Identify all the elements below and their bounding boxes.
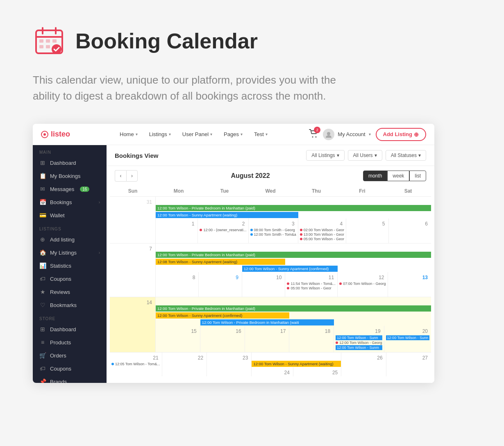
event-bar: 12:00 Tom Wilson - Sunn bbox=[336, 335, 382, 340]
reviews-icon: ★ bbox=[39, 289, 46, 295]
calendar-week-3: 14 12:00 Tom Wilson - Private Bedroom in… bbox=[110, 297, 431, 353]
sidebar-item-bookmarks[interactable]: ♡ Bookmarks bbox=[33, 298, 107, 312]
event-dot: 12:00 - (owner_reservati... bbox=[200, 228, 246, 232]
next-month-button[interactable]: › bbox=[126, 170, 138, 182]
event-dot: 13:00 Tom Wilson - Geor bbox=[300, 232, 344, 237]
screenshot-container: listeo Home ▾ Listings ▾ User Panel ▾ Pa… bbox=[33, 124, 434, 383]
sidebar-item-messages[interactable]: ✉ Messages 16 bbox=[33, 182, 107, 196]
svg-rect-8 bbox=[46, 45, 50, 48]
sidebar-label: Bookings bbox=[50, 199, 72, 205]
event-yellow-w4: 12:00 Tom Wilson - Sunny Apartment (wait… bbox=[252, 361, 341, 367]
sidebar-item-brands[interactable]: 📌 Brands bbox=[33, 375, 107, 383]
sidebar-item-statistics[interactable]: 📊 Statistics bbox=[33, 259, 107, 272]
sidebar-item-my-bookings[interactable]: 📋 My Bookings bbox=[33, 169, 107, 182]
day-header-tue: Tue bbox=[202, 186, 247, 196]
sidebar-label: Dashboard bbox=[50, 160, 76, 166]
svg-rect-4 bbox=[39, 39, 43, 43]
sidebar-item-wallet[interactable]: 💳 Wallet bbox=[33, 209, 107, 222]
event-dot: 12:00 Tom Wilson - Georg bbox=[336, 341, 382, 345]
event-dot: 05:00 Tom Wilson - Geor bbox=[300, 237, 344, 241]
day-header-fri: Fri bbox=[339, 186, 385, 196]
nav-right: 2 My Account ▾ Add Listing ⊕ bbox=[309, 128, 426, 141]
page-header: Booking Calendar bbox=[33, 25, 471, 57]
sidebar-item-reviews[interactable]: ★ Reviews bbox=[33, 285, 107, 298]
nav-listings[interactable]: Listings ▾ bbox=[144, 129, 176, 140]
nav-test[interactable]: Test ▾ bbox=[249, 129, 272, 140]
sidebar-label: Dashboard bbox=[50, 326, 76, 332]
event-green-w2: 12:00 Tom Wilson - Private Bedroom in Ma… bbox=[156, 252, 431, 258]
orders-icon: 🛒 bbox=[39, 352, 46, 359]
filter-listings[interactable]: All Listings ▾ bbox=[306, 150, 344, 161]
cal-cell[interactable]: 12:00 Tom Wilson - Sunny Apartment (wait… bbox=[252, 353, 341, 376]
sidebar-item-orders[interactable]: 🛒 Orders bbox=[33, 349, 107, 362]
booking-calendar-icon bbox=[33, 25, 66, 57]
filter-statuses[interactable]: All Statuses ▾ bbox=[386, 150, 426, 161]
event-green-w3: 12:00 Tom Wilson - Private Bedroom in Ma… bbox=[156, 305, 431, 312]
view-week-button[interactable]: week bbox=[387, 171, 409, 181]
top-nav: listeo Home ▾ Listings ▾ User Panel ▾ Pa… bbox=[33, 124, 434, 145]
stats-icon: 📊 bbox=[39, 262, 46, 269]
cal-cell[interactable]: 7 bbox=[110, 243, 156, 297]
sidebar-item-my-listings[interactable]: 🏠 My Listings › bbox=[33, 246, 107, 259]
cal-cell[interactable]: 23 bbox=[207, 353, 252, 376]
sidebar-label: Products bbox=[50, 339, 71, 346]
filter-users[interactable]: All Users ▾ bbox=[348, 150, 382, 161]
cal-cell[interactable]: 26 bbox=[341, 353, 386, 376]
sidebar-section-listings: LISTINGS bbox=[33, 222, 107, 233]
sidebar-item-products[interactable]: ≡ Products bbox=[33, 336, 107, 349]
view-month-button[interactable]: month bbox=[363, 171, 387, 181]
cal-cell[interactable]: 31 bbox=[110, 197, 156, 243]
account-button[interactable]: My Account ▾ bbox=[323, 129, 370, 140]
cal-cell[interactable]: 12:00 Tom Wilson - Private Bedroom in Ma… bbox=[156, 243, 431, 297]
nav-pages[interactable]: Pages ▾ bbox=[219, 129, 247, 140]
filter-buttons: All Listings ▾ All Users ▾ All Statuses … bbox=[306, 150, 426, 161]
sidebar-label: Bookmarks bbox=[50, 302, 77, 308]
cart-badge: 2 bbox=[314, 127, 320, 133]
sidebar-item-coupons[interactable]: 🏷 Coupons bbox=[33, 272, 107, 285]
add-listing-button[interactable]: Add Listing ⊕ bbox=[376, 128, 427, 141]
sidebar-item-dashboard[interactable]: ⊞ Dashboard bbox=[33, 156, 107, 169]
event-blue-w2: 12:00 Tom Wilson - Sunny Apartment (conf… bbox=[242, 266, 338, 272]
event-bar: 12:00 Tom Wilson - Sunn bbox=[386, 335, 429, 340]
nav-user-panel[interactable]: User Panel ▾ bbox=[177, 129, 217, 140]
svg-point-12 bbox=[312, 136, 313, 137]
bookings-icon: 📋 bbox=[39, 173, 46, 179]
cal-cell[interactable]: 12:00 Tom Wilson - Private Bedroom in Ma… bbox=[156, 297, 431, 352]
messages-icon: ✉ bbox=[39, 186, 46, 192]
cal-cell[interactable]: 22 bbox=[162, 353, 207, 376]
prev-month-button[interactable]: ‹ bbox=[115, 170, 126, 182]
sidebar-item-store-coupons[interactable]: 🏷 Coupons bbox=[33, 362, 107, 375]
svg-rect-5 bbox=[46, 39, 50, 43]
event-yellow-w3: 12:00 Tom Wilson - Sunny Apartment (conf… bbox=[156, 312, 289, 319]
calendar-arrows: ‹ › bbox=[115, 170, 138, 182]
calendar-icon: 📅 bbox=[39, 199, 46, 205]
arrow-icon: › bbox=[99, 250, 100, 255]
arrow-icon: › bbox=[99, 200, 100, 205]
event-bar: 12:00 Tom Wilson - Sunm bbox=[336, 345, 382, 350]
event-dot: 12:05 Tom Wilson - Tom&... bbox=[111, 362, 160, 366]
sidebar-label: My Bookings bbox=[50, 173, 80, 179]
sidebar-label: My Listings bbox=[50, 250, 77, 256]
calendar-grid: Sun Mon Tue Wed Thu Fri Sat 31 12:00 Tom… bbox=[107, 186, 434, 376]
cart-icon[interactable]: 2 bbox=[309, 129, 318, 140]
sidebar-label: Brands bbox=[50, 379, 67, 383]
coupons-icon: 🏷 bbox=[39, 275, 46, 282]
event-dot: 11:54 Tom Wilson - Tom&... bbox=[287, 282, 336, 286]
avatar bbox=[323, 129, 334, 140]
sidebar-item-bookings[interactable]: 📅 Bookings › bbox=[33, 196, 107, 209]
account-label: My Account bbox=[338, 131, 365, 137]
nav-links: Home ▾ Listings ▾ User Panel ▾ Pages ▾ T… bbox=[115, 129, 309, 140]
sidebar-item-add-listing[interactable]: ⊕ Add listing bbox=[33, 233, 107, 246]
cal-cell[interactable]: 21 12:05 Tom Wilson - Tom&... bbox=[110, 353, 162, 376]
view-list-button[interactable]: list bbox=[409, 171, 426, 181]
brands-icon: 📌 bbox=[39, 378, 46, 383]
nav-home[interactable]: Home ▾ bbox=[115, 129, 143, 140]
cal-cell[interactable]: 27 bbox=[386, 353, 431, 376]
sidebar-item-store-dashboard[interactable]: ⊞ Dashboard bbox=[33, 323, 107, 336]
event-blue-w3: 12:00 Tom Wilson - Private Bedroom in Ma… bbox=[200, 319, 334, 325]
cal-cell[interactable]: 12:00 Tom Wilson - Private Bedroom in Ma… bbox=[156, 197, 431, 243]
cal-cell[interactable]: 14 bbox=[110, 297, 156, 352]
page-description: This calendar view, unique to our platfo… bbox=[33, 72, 352, 104]
add-listing-label: Add Listing bbox=[383, 131, 413, 137]
sidebar-label: Reviews bbox=[50, 289, 70, 295]
